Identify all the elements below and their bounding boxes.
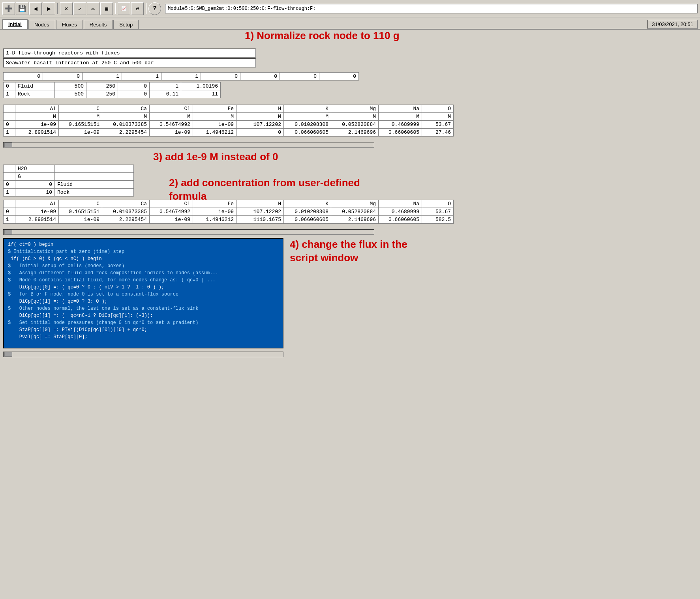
- node-v4-0[interactable]: 1: [150, 82, 181, 90]
- save-button[interactable]: 💾: [16, 2, 28, 15]
- top-val-6[interactable]: 0: [240, 73, 280, 80]
- etop-k-0[interactable]: 0.010208308: [284, 121, 331, 129]
- ebot-h-0[interactable]: 107.12202: [236, 208, 284, 216]
- script-line-11: $ Set initial node pressures (change 0 i…: [8, 319, 279, 326]
- top-val-8[interactable]: 0: [319, 73, 359, 80]
- node-name-0[interactable]: Fluid: [15, 82, 55, 90]
- etop-ca-1[interactable]: 2.2295454: [102, 129, 150, 137]
- chart-button[interactable]: 📈: [118, 2, 130, 15]
- top-val-7[interactable]: 0: [280, 73, 319, 80]
- etop-ca-0[interactable]: 0.010373385: [102, 121, 150, 129]
- etop-h-1[interactable]: 0: [236, 129, 284, 137]
- elem-unit-ca: M: [102, 113, 150, 121]
- etop-cl-0[interactable]: 0.54674992: [150, 121, 193, 129]
- ebot-k-1[interactable]: 0.066060605: [284, 216, 331, 224]
- ebot-hdr-fe: Fe: [193, 200, 236, 208]
- h2o-val-1[interactable]: 10: [15, 189, 55, 197]
- edit-button[interactable]: ✏: [87, 2, 99, 15]
- node-name-1[interactable]: Rock: [15, 90, 55, 98]
- script-line-5: $ Node 0 contains initial fluid, for mor…: [8, 277, 279, 284]
- node-v5-1[interactable]: 11: [181, 90, 221, 98]
- top-val-3[interactable]: 1: [122, 73, 161, 80]
- node-v3-0[interactable]: 0: [118, 82, 150, 90]
- node-v2-1[interactable]: 250: [86, 90, 118, 98]
- etop-o-0[interactable]: 53.67: [422, 121, 454, 129]
- h2o-table: H2O G 0 0 Fluid 1 10 Rock: [3, 165, 134, 197]
- ebot-h-1[interactable]: 1110.1675: [236, 216, 284, 224]
- ebot-o-0[interactable]: 53.67: [422, 208, 454, 216]
- ebot-cl-0[interactable]: 0.54674992: [150, 208, 193, 216]
- help-button[interactable]: ?: [148, 2, 161, 15]
- main-content: 1) Normalize rock node to 110 g 1-D flow…: [0, 30, 700, 599]
- back-button[interactable]: ◀: [29, 2, 42, 15]
- etop-fe-1[interactable]: 1.4946212: [193, 129, 236, 137]
- tab-fluxes[interactable]: Fluxes: [56, 20, 83, 29]
- script-window[interactable]: if( ct=0 ) begin $ Initialization part a…: [3, 238, 283, 348]
- node-v1-1[interactable]: 500: [55, 90, 86, 98]
- etop-na-0[interactable]: 0.4689999: [379, 121, 422, 129]
- node-v2-0[interactable]: 250: [86, 82, 118, 90]
- import-button[interactable]: ↙: [73, 2, 86, 15]
- etop-fe-0[interactable]: 1e-09: [193, 121, 236, 129]
- print-button[interactable]: 🖨: [131, 2, 144, 15]
- elem-unit-h: M: [236, 113, 284, 121]
- ebot-mg-1[interactable]: 2.1469696: [331, 216, 379, 224]
- new-button[interactable]: ➕: [2, 2, 15, 15]
- node-v4-1[interactable]: 0.11: [150, 90, 181, 98]
- elem-hdr-o: O: [422, 105, 454, 113]
- ebot-na-1[interactable]: 0.66060605: [379, 216, 422, 224]
- forward-button[interactable]: ▶: [43, 2, 55, 15]
- elem-unit-mg: M: [331, 113, 379, 121]
- etop-cl-1[interactable]: 1e-09: [150, 129, 193, 137]
- h2o-val-0[interactable]: 0: [15, 181, 55, 189]
- etop-o-1[interactable]: 27.46: [422, 129, 454, 137]
- ebot-mg-0[interactable]: 0.052820884: [331, 208, 379, 216]
- etop-mg-1[interactable]: 2.1469696: [331, 129, 379, 137]
- top-val-5[interactable]: 0: [201, 73, 240, 80]
- elem-hdr-al: Al: [15, 105, 59, 113]
- h2o-name-0: Fluid: [55, 181, 134, 189]
- node-v3-1[interactable]: 0: [118, 90, 150, 98]
- node-v5-0[interactable]: 1.00196: [181, 82, 221, 90]
- tab-initial[interactable]: Initial: [2, 19, 28, 29]
- ebot-ca-0[interactable]: 0.010373385: [102, 208, 150, 216]
- node-row-0: 0 Fluid 500 250 0 1 1.00196: [4, 82, 221, 90]
- elem-unit-cl: M: [150, 113, 193, 121]
- elem-unit-fe: M: [193, 113, 236, 121]
- ebot-na-0[interactable]: 0.4689999: [379, 208, 422, 216]
- ebot-c-0[interactable]: 0.16515151: [59, 208, 102, 216]
- etop-c-1[interactable]: 1e-09: [59, 129, 102, 137]
- etop-al-0[interactable]: 1e-09: [15, 121, 59, 129]
- script-line-8: DiCp[qc][1] =: ( qc=0 ? 3: 0 );: [8, 298, 279, 305]
- ebot-cl-1[interactable]: 1e-09: [150, 216, 193, 224]
- ebot-hdr-h: H: [236, 200, 284, 208]
- ebot-al-1[interactable]: 2.8901514: [15, 216, 59, 224]
- ebot-hdr-k: K: [284, 200, 331, 208]
- ebot-fe-0[interactable]: 1e-09: [193, 208, 236, 216]
- etop-na-1[interactable]: 0.66060605: [379, 129, 422, 137]
- etop-k-1[interactable]: 0.066060605: [284, 129, 331, 137]
- top-val-0[interactable]: 0: [4, 73, 43, 80]
- top-val-4[interactable]: 1: [161, 73, 201, 80]
- ebot-ca-1[interactable]: 2.2295454: [102, 216, 150, 224]
- delete-button[interactable]: ✕: [60, 2, 73, 15]
- ebot-k-0[interactable]: 0.010208308: [284, 208, 331, 216]
- ebot-c-1[interactable]: 1e-09: [59, 216, 102, 224]
- etop-mg-0[interactable]: 0.052820884: [331, 121, 379, 129]
- top-val-1[interactable]: 0: [43, 73, 83, 80]
- ebot-data-0: 0 1e-09 0.16515151 0.010373385 0.5467499…: [4, 208, 454, 216]
- tab-setup[interactable]: Setup: [113, 20, 139, 29]
- etop-al-1[interactable]: 2.8901514: [15, 129, 59, 137]
- etop-h-0[interactable]: 107.12202: [236, 121, 284, 129]
- script-line-13: Pval[qc] =: StaP[qc][0];: [8, 333, 279, 341]
- elem-unit-na: M: [379, 113, 422, 121]
- ebot-o-1[interactable]: 582.5: [422, 216, 454, 224]
- top-val-2[interactable]: 1: [83, 73, 122, 80]
- table-button[interactable]: ▦: [100, 2, 113, 15]
- node-v1-0[interactable]: 500: [55, 82, 86, 90]
- etop-c-0[interactable]: 0.16515151: [59, 121, 102, 129]
- ebot-fe-1[interactable]: 1.4946212: [193, 216, 236, 224]
- tab-nodes[interactable]: Nodes: [28, 20, 55, 29]
- tab-results[interactable]: Results: [84, 20, 113, 29]
- ebot-al-0[interactable]: 1e-09: [15, 208, 59, 216]
